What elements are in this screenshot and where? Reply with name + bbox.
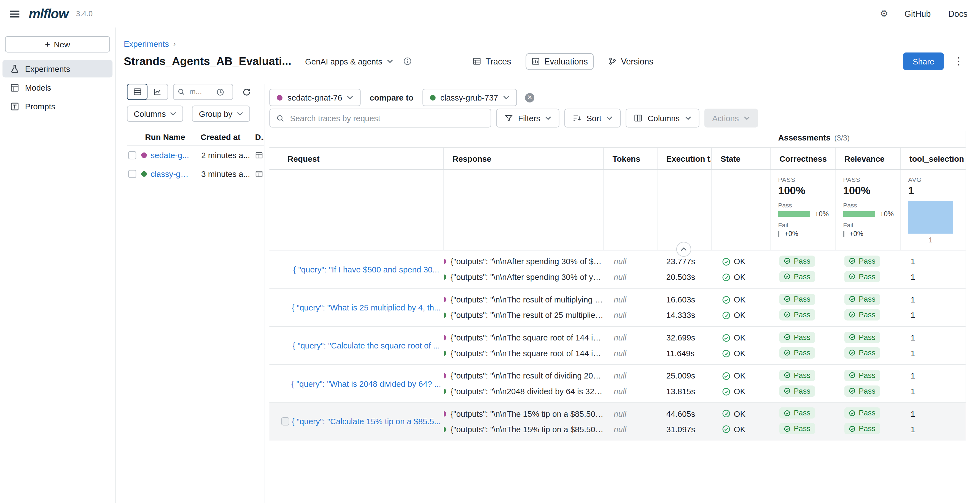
request-link[interactable]: { "query": "Calculate the square root of… xyxy=(293,341,440,350)
chip-label: Pass xyxy=(859,408,875,417)
response-text[interactable]: {"outputs": "\n\nThe result of dividing … xyxy=(450,371,604,381)
view-toggle xyxy=(127,84,168,100)
response-text[interactable]: {"outputs": "\n\nThe result of 25 multip… xyxy=(450,311,604,320)
request-link[interactable]: { "query": "What is 2048 divided by 64? … xyxy=(291,379,441,388)
chevron-down-icon xyxy=(347,95,353,100)
correctness-cell: Pass Pass xyxy=(770,251,835,288)
table-view-button[interactable] xyxy=(127,84,148,100)
response-text[interactable]: {"outputs": "\n\n2048 divided by 64 is 3… xyxy=(450,387,604,396)
sort-icon xyxy=(573,114,582,122)
pass-bar-label: Pass xyxy=(843,202,894,209)
run-row[interactable]: classy-gr... 3 minutes a... xyxy=(127,164,264,183)
tab-label: Versions xyxy=(621,57,653,66)
new-button[interactable]: + New xyxy=(5,36,110,52)
request-link[interactable]: { "query": "If I have $500 and spend 30.… xyxy=(293,265,439,274)
runs-columns-button[interactable]: Columns xyxy=(127,105,183,122)
pass-bar-label: Pass xyxy=(778,202,829,209)
chip-label: Pass xyxy=(859,348,875,357)
tool-selection-value: 1 xyxy=(910,409,915,418)
collapse-summary-button[interactable] xyxy=(676,242,691,257)
share-button[interactable]: Share xyxy=(904,52,944,70)
docs-link[interactable]: Docs xyxy=(948,9,967,19)
run-checkbox[interactable] xyxy=(128,151,136,159)
history-icon[interactable] xyxy=(216,88,224,96)
response-text[interactable]: {"outputs": "\n\nAfter spending 30% of y… xyxy=(450,273,604,282)
trace-group: { "query": "What is 2048 divided by 64? … xyxy=(269,364,966,402)
response-text[interactable]: {"outputs": "\n\nThe 15% tip on a $85.50… xyxy=(450,409,604,418)
fail-bar-label: Fail xyxy=(778,222,829,228)
sort-button[interactable]: Sort xyxy=(565,109,621,127)
runs-toolbar xyxy=(127,84,264,100)
run-row[interactable]: sedate-g... 2 minutes a... xyxy=(127,146,264,164)
execution-header[interactable]: Execution t... xyxy=(657,148,712,169)
response-text[interactable]: {"outputs": "\n\nThe square root of 144 … xyxy=(450,333,604,343)
relevance-cell: Pass Pass xyxy=(835,365,900,402)
sidebar-item-experiments[interactable]: Experiments xyxy=(3,60,113,78)
github-link[interactable]: GitHub xyxy=(905,9,931,19)
state-header[interactable]: State xyxy=(712,148,770,169)
overflow-menu-icon[interactable]: ⋮ xyxy=(954,55,964,67)
check-circle-icon xyxy=(784,257,791,264)
state-badge: OK xyxy=(722,425,746,434)
pass-chip: Pass xyxy=(780,332,815,343)
fail-delta: +0% xyxy=(850,230,864,238)
tab-versions[interactable]: Versions xyxy=(602,53,659,70)
dataset-icon xyxy=(255,170,263,178)
summary-empty xyxy=(604,170,657,250)
response-text[interactable]: {"outputs": "\n\nAfter spending 30% of $… xyxy=(450,257,604,266)
correctness-header[interactable]: Correctness xyxy=(770,148,835,169)
response-text[interactable]: {"outputs": "\n\nThe square root of 144 … xyxy=(450,349,604,358)
main-content: Experiments › Strands_Agents_AB_Evaluati… xyxy=(116,27,980,503)
request-header[interactable]: Request xyxy=(269,148,444,169)
run-b-selector[interactable]: classy-grub-737 xyxy=(422,89,517,106)
response-text[interactable]: {"outputs": "\n\nThe 15% tip on a $85.50… xyxy=(450,425,604,434)
run-name-link[interactable]: classy-gr... xyxy=(151,169,189,178)
dataset-icon xyxy=(255,151,263,159)
trace-checkbox[interactable] xyxy=(281,417,289,425)
actions-button[interactable]: Actions xyxy=(704,109,758,127)
check-circle-icon xyxy=(722,349,730,358)
experiment-type-selector[interactable]: GenAI apps & agents xyxy=(301,54,396,68)
tokens-value: null xyxy=(614,371,627,381)
response-cell: {"outputs": "\n\nThe result of dividing … xyxy=(444,365,604,402)
mlflow-logo[interactable]: mlflow xyxy=(29,6,68,21)
clear-compare-icon[interactable]: ✕ xyxy=(525,93,535,102)
fail-bar-block: Fail +0% xyxy=(778,222,829,238)
filters-button[interactable]: Filters xyxy=(496,109,560,127)
chart-view-button[interactable] xyxy=(147,84,167,99)
tool-selection-header[interactable]: tool_selection xyxy=(900,148,966,169)
group-by-button[interactable]: Group by xyxy=(192,105,250,122)
tab-traces[interactable]: Traces xyxy=(467,53,517,70)
sidebar-item-models[interactable]: Models xyxy=(3,79,113,96)
trace-search xyxy=(269,109,491,127)
response-text[interactable]: {"outputs": "\n\nThe result of multiplyi… xyxy=(450,295,604,304)
runs-search-input[interactable] xyxy=(188,87,213,97)
tokens-header[interactable]: Tokens xyxy=(604,148,657,169)
response-cell: {"outputs": "\n\nThe 15% tip on a $85.50… xyxy=(444,403,604,440)
state-badge: OK xyxy=(722,409,746,418)
run-checkbox[interactable] xyxy=(128,170,136,178)
gear-icon[interactable]: ⚙ xyxy=(880,8,888,19)
request-link[interactable]: { "query": "What is 25 multiplied by 4, … xyxy=(291,303,441,312)
info-icon[interactable] xyxy=(403,57,412,65)
mlflow-app: mlflow 3.4.0 ⚙ GitHub Docs + New Experim… xyxy=(0,0,980,503)
run-a-selector[interactable]: sedate-gnat-76 xyxy=(269,89,361,106)
sidebar-item-prompts[interactable]: Prompts xyxy=(3,97,113,115)
request-link[interactable]: { "query": "Calculate 15% tip on a $85.5… xyxy=(291,417,441,426)
metric-value: 1 xyxy=(908,185,959,197)
trace-search-input[interactable] xyxy=(289,113,485,124)
refresh-button[interactable] xyxy=(242,87,251,97)
tokens-value: null xyxy=(614,333,627,343)
columns-button[interactable]: Columns xyxy=(626,109,699,127)
response-header[interactable]: Response xyxy=(444,148,604,169)
hamburger-menu-icon[interactable] xyxy=(10,10,19,17)
run-b-dot xyxy=(444,389,446,394)
execution-time: 44.605s xyxy=(667,409,695,418)
breadcrumb-experiments-link[interactable]: Experiments xyxy=(124,39,169,49)
run-name-link[interactable]: sedate-g... xyxy=(151,150,189,160)
check-circle-icon xyxy=(722,387,730,396)
evaluations-panel: sedate-gnat-76 compare to classy-grub-73… xyxy=(264,84,980,503)
metric-kind: AVG xyxy=(908,176,959,183)
relevance-header[interactable]: Relevance xyxy=(835,148,900,169)
tab-evaluations[interactable]: Evaluations xyxy=(525,53,593,70)
